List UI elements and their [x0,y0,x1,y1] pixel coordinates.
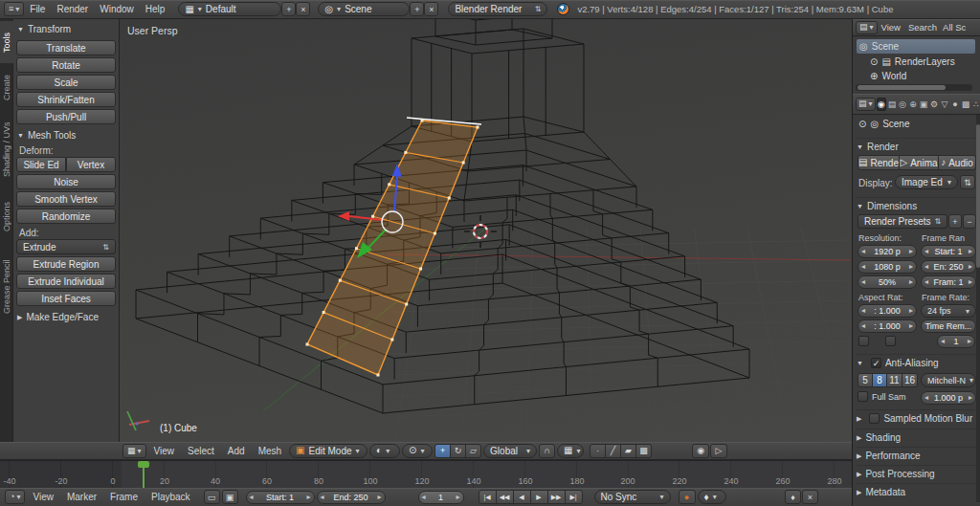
keying-set-dropdown[interactable]: ♦ ▾ [698,490,726,504]
auto-keyframe-record-button[interactable]: ● [679,490,696,504]
menu-view[interactable]: View [148,446,181,456]
properties-scrollbar-thumb[interactable] [976,124,980,268]
manipulator-scale-toggle[interactable]: ▱ [465,444,481,458]
randomize-button[interactable]: Randomize [16,209,116,224]
jump-to-start-button[interactable]: |◀ [479,490,497,504]
increment-icon[interactable]: ▸ [457,494,460,501]
metadata-panel-header[interactable]: ▶ Metadata [857,483,977,497]
pivot-center-dropdown[interactable]: ⊙ ▾ [402,444,433,458]
menu-select[interactable]: Select [182,446,220,456]
editor-type-info-button[interactable]: ≡ ▾ [4,2,24,16]
frame-start-field[interactable]: ◂ Start: 1 ▸ [246,491,315,504]
extrude-region-button[interactable]: Extrude Region [16,256,116,272]
rotate-button[interactable]: Rotate [16,57,116,73]
outliner-scrollbar-thumb[interactable] [858,85,946,90]
limit-to-visible-toggle[interactable]: ▩ [635,444,652,458]
use-preview-range-toggle[interactable]: ▭ [204,490,220,504]
display-options-button[interactable]: ⇅ [960,175,975,189]
increment-icon[interactable]: ▸ [969,248,972,255]
close-layout-button[interactable]: × [296,2,310,16]
sync-dropdown[interactable]: No Sync ▾ [594,490,671,504]
make-edge-face-panel-header[interactable]: ▶ Make Edge/Face [17,312,99,322]
snap-element-dropdown[interactable]: ▦ ▾ [557,444,584,458]
editor-type-timeline-button[interactable]: ◔ ▾ [5,490,25,504]
time-remap-step-field[interactable]: ◂ 1 ▸ [937,335,975,348]
opengl-render-anim-button[interactable]: ▷ [710,444,727,458]
menu-add[interactable]: Add [222,446,251,456]
add-layout-button[interactable]: + [281,2,296,16]
delete-keyframe-button[interactable]: × [802,490,818,504]
menu-render[interactable]: Render [51,4,94,14]
frame-rate-dropdown[interactable]: 24 fps ▾ [921,304,976,318]
menu-frame[interactable]: Frame [104,492,144,502]
tab-object-data[interactable]: ▽ [940,98,949,111]
editor-type-properties-button[interactable]: ▤ ▾ [856,98,876,111]
menu-outliner-search[interactable]: Search [904,22,941,33]
resolution-x-field[interactable]: ◂ 1920 p ▸ [858,245,917,258]
tab-material[interactable]: ● [950,98,960,111]
outliner-item-world[interactable]: ⊕ World [870,69,906,83]
edge-select-mode-toggle[interactable]: ╱ [605,444,621,458]
extrude-dropdown[interactable]: Extrude ⇅ [16,239,116,254]
render-animation-button[interactable]: ▷ Anima [900,155,939,170]
tab-world[interactable]: ⊕ [908,98,918,111]
increment-icon[interactable]: ▸ [909,263,913,271]
mesh-tools-panel-header[interactable]: ▼ Mesh Tools [17,130,76,141]
play-button[interactable]: ▶ [530,490,548,504]
play-reverse-button[interactable]: ◀ [513,490,531,504]
increment-icon[interactable]: ▸ [378,494,382,501]
outliner-item-scene[interactable]: ◎ Scene [857,39,975,54]
aa-samples-11-button[interactable]: 11 [886,373,902,387]
increment-icon[interactable]: ▸ [968,338,971,345]
menu-outliner-view[interactable]: View [878,22,904,33]
display-dropdown[interactable]: Image Ed ▾ [895,175,958,189]
playhead-handle[interactable] [138,461,149,468]
increment-icon[interactable]: ▸ [909,307,913,315]
aa-samples-8-button[interactable]: 8 [872,373,887,387]
tab-object[interactable]: ▣ [919,98,928,111]
add-preset-button[interactable]: + [948,214,962,229]
sampled-motion-blur-panel-header[interactable]: ▶ Sampled Motion Blur [857,409,977,424]
extrude-individual-button[interactable]: Extrude Individual [16,274,116,289]
jump-to-end-button[interactable]: ▶| [565,490,583,504]
slide-edge-button[interactable]: Slide Ed [16,157,66,172]
tab-tools[interactable]: Tools [0,21,13,63]
playhead[interactable] [143,461,145,488]
3d-viewport[interactable]: User Persp (1) Cube [120,19,852,442]
resolution-percent-field[interactable]: ◂ 50% ▸ [858,275,917,289]
outliner-display-dropdown[interactable]: All Sc [941,22,968,33]
render-engine-dropdown[interactable]: Blender Render ⇅ [448,2,547,16]
transform-manipulator[interactable] [338,164,403,258]
tab-render-layers[interactable]: ▤ [887,98,897,111]
translate-button[interactable]: Translate [16,40,116,55]
tab-grease-pencil[interactable]: Grease Pencil [0,245,13,329]
slide-vertex-button[interactable]: Vertex [66,157,116,172]
render-presets-dropdown[interactable]: Render Presets ⇅ [858,214,947,229]
remove-preset-button[interactable]: − [963,214,976,229]
tab-render[interactable]: ◉ [877,98,886,111]
tab-shading-uvs[interactable]: Shading / UVs [0,111,13,187]
next-keyframe-button[interactable]: ▶▶ [547,490,566,504]
tab-modifiers[interactable]: ⚙ [929,98,939,111]
scene-selector[interactable]: ◎ ▾ Scene [318,2,410,16]
increment-icon[interactable]: ▸ [969,278,972,286]
menu-playback[interactable]: Playback [145,492,196,502]
aa-filter-size-field[interactable]: ◂ 1.000 p ▸ [921,391,976,405]
aspect-y-field[interactable]: ◂ : 1.000 ▸ [858,319,917,333]
increment-icon[interactable]: ▸ [969,394,972,402]
performance-panel-header[interactable]: ▶ Performance [857,447,977,461]
insert-keyframe-button[interactable]: ♦ [785,490,801,504]
render-panel-header[interactable]: ▼ Render [857,138,977,152]
menu-mesh[interactable]: Mesh [253,446,287,456]
z-axis-arrow[interactable] [392,164,402,177]
shading-panel-header[interactable]: ▶ Shading [857,429,977,443]
manipulator-translate-toggle[interactable]: + [434,444,451,458]
aa-samples-16-button[interactable]: 16 [902,373,918,387]
frame-step-field[interactable]: ◂ Fram: 1 ▸ [921,275,976,289]
menu-window[interactable]: Window [94,4,140,14]
render-audio-button[interactable]: ♪ Audio [939,155,976,170]
push-pull-button[interactable]: Push/Pull [16,109,116,124]
tab-options[interactable]: Options [0,189,13,243]
close-scene-button[interactable]: × [424,2,438,16]
post-processing-panel-header[interactable]: ▶ Post Processing [857,465,977,479]
